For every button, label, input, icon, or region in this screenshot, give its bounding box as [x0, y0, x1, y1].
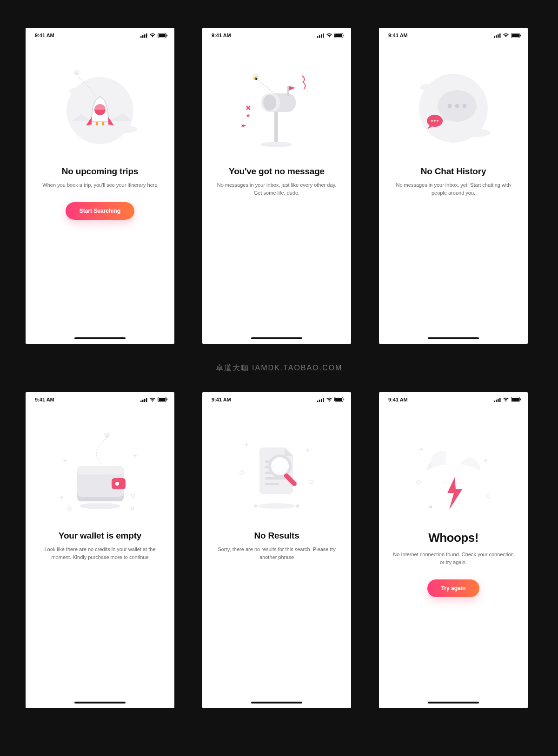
svg-point-8 [69, 87, 93, 95]
svg-rect-6 [167, 34, 168, 36]
svg-rect-87 [265, 483, 279, 485]
svg-rect-96 [512, 398, 519, 401]
signal-icon [140, 397, 147, 402]
wifi-icon [326, 33, 332, 38]
svg-rect-17 [319, 35, 320, 38]
status-bar: 9:41 AM [379, 392, 528, 405]
battery-icon [158, 33, 168, 38]
status-bar: 9:41 AM [202, 28, 351, 41]
status-icons [494, 33, 521, 38]
wifi-icon [326, 397, 332, 402]
empty-title: Your wallet is empty [59, 531, 141, 541]
svg-rect-36 [496, 35, 497, 38]
try-again-button[interactable]: Try again [427, 579, 480, 597]
svg-rect-97 [520, 399, 521, 401]
signal-icon [317, 33, 324, 38]
svg-point-88 [270, 456, 290, 476]
svg-point-64 [104, 433, 107, 436]
empty-state-offline: Whoops! No Internet connection found. Ch… [379, 405, 528, 708]
svg-point-98 [417, 480, 420, 484]
svg-point-51 [434, 120, 436, 122]
empty-state-trips: No upcoming trips When you book a trip, … [26, 41, 174, 344]
svg-point-52 [437, 120, 438, 122]
svg-rect-91 [494, 401, 495, 402]
svg-rect-3 [146, 33, 147, 38]
status-icons [317, 33, 345, 38]
search-document-illustration [226, 424, 328, 521]
svg-rect-14 [96, 122, 98, 125]
svg-rect-93 [498, 399, 499, 402]
home-indicator[interactable] [428, 337, 479, 339]
empty-title: No Results [254, 531, 299, 541]
svg-rect-21 [335, 34, 342, 37]
empty-title: Whoops! [428, 531, 478, 545]
svg-point-71 [115, 482, 119, 486]
empty-title: You've got no message [229, 166, 325, 177]
svg-point-66 [80, 503, 120, 509]
svg-rect-2 [144, 34, 146, 38]
battery-icon [511, 397, 521, 402]
svg-rect-37 [498, 34, 499, 38]
status-icons [494, 397, 521, 402]
signal-icon [140, 33, 147, 38]
svg-point-28 [256, 73, 259, 78]
svg-point-11 [74, 70, 77, 73]
svg-point-60 [131, 494, 135, 498]
status-time: 9:41 AM [388, 33, 408, 38]
svg-point-79 [240, 471, 244, 474]
home-indicator[interactable] [74, 702, 126, 703]
status-icons [140, 397, 168, 402]
svg-rect-56 [146, 398, 147, 402]
phone-screen-offline: 9:41 AM [379, 392, 528, 708]
status-bar: 9:41 AM [26, 28, 174, 41]
svg-rect-16 [317, 36, 319, 38]
svg-rect-54 [142, 400, 144, 402]
svg-rect-72 [317, 401, 319, 402]
svg-rect-77 [335, 398, 342, 401]
svg-rect-5 [159, 34, 166, 37]
empty-subtitle: No Internet connection found. Check your… [393, 551, 514, 566]
empty-state-search: No Results Sorry, there are no results f… [202, 405, 351, 708]
empty-subtitle: No messages in your inbox, yet! Start ch… [393, 181, 514, 197]
status-time: 9:41 AM [388, 397, 408, 402]
signal-icon [494, 397, 501, 402]
svg-rect-35 [494, 36, 495, 38]
svg-point-44 [463, 129, 491, 137]
svg-rect-18 [321, 34, 322, 38]
wifi-icon [149, 33, 156, 38]
empty-state-inbox: * [202, 41, 351, 344]
svg-rect-40 [512, 34, 519, 37]
home-indicator[interactable] [251, 702, 302, 703]
svg-rect-34 [287, 86, 289, 96]
wallet-illustration [49, 424, 151, 521]
signal-icon [317, 397, 324, 402]
status-bar: 9:41 AM [26, 392, 174, 405]
svg-rect-73 [319, 400, 320, 402]
phone-screen-inbox: 9:41 AM * [202, 28, 351, 344]
svg-rect-69 [77, 466, 124, 474]
wifi-icon [503, 33, 509, 38]
svg-rect-38 [499, 33, 501, 38]
storm-cloud-illustration [402, 424, 505, 521]
svg-point-27 [253, 73, 256, 78]
svg-rect-29 [274, 112, 278, 142]
svg-point-105 [426, 464, 480, 483]
status-time: 9:41 AM [212, 397, 231, 402]
svg-rect-59 [167, 399, 168, 401]
wifi-icon [149, 397, 156, 402]
svg-point-47 [455, 104, 459, 108]
phone-screen-wallet: 9:41 AM [26, 392, 174, 708]
home-indicator[interactable] [428, 702, 479, 703]
empty-title: No upcoming trips [62, 166, 138, 177]
svg-rect-55 [144, 399, 146, 402]
rocket-illustration [49, 59, 151, 157]
empty-subtitle: Sorry, there are no results for this sea… [216, 546, 337, 561]
watermark-text: 卓道大咖 IAMDK.TAOBAO.COM [216, 363, 343, 373]
chat-bubble-illustration [402, 59, 505, 157]
start-searching-button[interactable]: Start Searching [66, 202, 135, 220]
svg-point-33 [263, 95, 276, 111]
home-indicator[interactable] [74, 337, 126, 339]
home-indicator[interactable] [251, 337, 302, 339]
svg-point-100 [430, 506, 432, 508]
svg-point-62 [131, 507, 134, 510]
